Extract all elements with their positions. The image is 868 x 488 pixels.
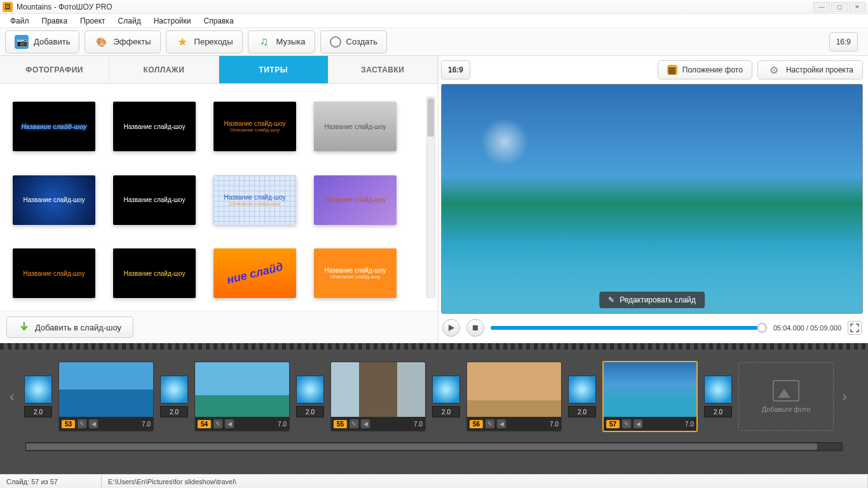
seek-knob[interactable] bbox=[757, 323, 767, 333]
pencil-icon[interactable]: ✎ bbox=[622, 419, 631, 428]
timeline-next[interactable]: › bbox=[839, 365, 850, 428]
content-tabs: ФОТОГРАФИИ КОЛЛАЖИ ТИТРЫ ЗАСТАВКИ bbox=[0, 56, 438, 84]
transition-57[interactable]: 2.0 bbox=[567, 376, 597, 417]
image-placeholder-icon bbox=[773, 380, 799, 402]
project-settings-button[interactable]: ⚙ Настройки проекта bbox=[757, 60, 863, 79]
music-icon: ♫ bbox=[257, 35, 271, 49]
title-template-4[interactable]: Название слайд-шоу bbox=[314, 102, 397, 151]
transition-54[interactable]: 2.0 bbox=[159, 376, 189, 417]
pencil-icon[interactable]: ✎ bbox=[485, 419, 494, 428]
titles-grid: Название слайд-шоуНазвание слайд-шоуНазв… bbox=[0, 84, 438, 311]
music-button[interactable]: ♫ Музыка bbox=[248, 30, 315, 53]
title-template-8[interactable]: Название слайд-шоу bbox=[314, 175, 397, 225]
maximize-button[interactable]: ▢ bbox=[831, 2, 848, 12]
title-template-7[interactable]: Название слайд-шоуОписание слайд-шоу bbox=[214, 175, 296, 225]
sound-icon[interactable]: ◀ bbox=[225, 419, 234, 428]
title-template-6[interactable]: Название слайд-шоу bbox=[113, 175, 196, 225]
aspect-ratio-button[interactable]: 16:9 bbox=[829, 32, 858, 51]
menu-edit[interactable]: Правка bbox=[36, 17, 74, 25]
tab-collages[interactable]: КОЛЛАЖИ bbox=[109, 56, 219, 83]
transition-55[interactable]: 2.0 bbox=[295, 376, 325, 417]
slide-duration: 7.0 bbox=[414, 421, 423, 428]
menu-settings[interactable]: Настройки bbox=[147, 17, 198, 25]
effects-button[interactable]: 🎨 Эффекты bbox=[85, 30, 160, 53]
slide-duration: 7.0 bbox=[550, 421, 559, 428]
pencil-icon[interactable]: ✎ bbox=[349, 419, 358, 428]
transition-56[interactable]: 2.0 bbox=[431, 376, 461, 417]
pencil-icon[interactable]: ✎ bbox=[78, 419, 86, 428]
timeline-prev[interactable]: ‹ bbox=[6, 365, 18, 428]
status-path: E:\Users\En\Pictures\for slideshow\trave… bbox=[102, 475, 868, 488]
minimize-button[interactable]: — bbox=[813, 2, 830, 12]
titlebar: 🖼 Mountains - ФотоШОУ PRO — ▢ ✕ bbox=[0, 0, 868, 14]
edit-slide-button[interactable]: ✎ Редактировать слайд bbox=[599, 292, 705, 308]
sound-icon[interactable]: ◀ bbox=[361, 419, 370, 428]
transitions-button[interactable]: ★ Переходы bbox=[166, 30, 243, 53]
transition-icon bbox=[24, 376, 52, 403]
slide-53[interactable]: 53✎◀7.0 bbox=[58, 362, 154, 431]
preview-pane: 16:9 ▦ Положение фото ⚙ Настройки проект… bbox=[438, 56, 868, 343]
pencil-icon[interactable]: ✎ bbox=[214, 419, 222, 428]
title-template-3[interactable]: Название слайд-шоуОписание слайд-шоу bbox=[214, 102, 296, 151]
menu-file[interactable]: Файл bbox=[4, 17, 36, 25]
sound-icon[interactable]: ◀ bbox=[634, 419, 642, 428]
add-photo-placeholder[interactable]: Добавьте фото bbox=[738, 362, 834, 431]
slide-duration: 7.0 bbox=[685, 421, 694, 428]
aspect-display-label: 16:9 bbox=[448, 65, 463, 74]
aspect-display[interactable]: 16:9 bbox=[441, 60, 470, 79]
transition-duration: 2.0 bbox=[568, 406, 596, 417]
photo-position-button[interactable]: ▦ Положение фото bbox=[658, 60, 752, 79]
transition-end[interactable]: 2.0 bbox=[703, 376, 733, 417]
add-to-slideshow-button[interactable]: Добавить в слайд-шоу bbox=[6, 316, 133, 338]
tab-intros[interactable]: ЗАСТАВКИ bbox=[329, 56, 438, 83]
transition-icon bbox=[704, 376, 732, 403]
title-template-9[interactable]: Название слайд-шоу bbox=[13, 248, 95, 298]
transition-duration: 2.0 bbox=[24, 406, 52, 417]
menu-help[interactable]: Справка bbox=[197, 17, 240, 25]
slide-54[interactable]: 54✎◀7.0 bbox=[194, 362, 290, 431]
title-template-11[interactable]: ние слайд bbox=[214, 248, 296, 298]
photo-position-label: Положение фото bbox=[682, 65, 743, 74]
fullscreen-button[interactable] bbox=[848, 321, 862, 335]
add-button[interactable]: 📷 Добавить bbox=[5, 30, 79, 53]
transition-icon bbox=[296, 376, 324, 403]
add-button-label: Добавить bbox=[34, 37, 70, 46]
transition-53[interactable]: 2.0 bbox=[23, 376, 53, 417]
slide-55[interactable]: 55✎◀7.0 bbox=[330, 362, 426, 431]
horizontal-scrollbar[interactable] bbox=[25, 442, 843, 451]
title-template-12[interactable]: Название слайд-шоуОписание слайд-шоу bbox=[314, 248, 397, 298]
menu-project[interactable]: Проект bbox=[74, 17, 112, 25]
create-button[interactable]: Создать bbox=[320, 30, 387, 53]
time-display: 05:04.000 / 05:09.000 bbox=[773, 324, 841, 332]
slide-number: 53 bbox=[62, 420, 75, 428]
tab-photos[interactable]: ФОТОГРАФИИ bbox=[0, 56, 109, 83]
slide-number: 54 bbox=[198, 420, 211, 428]
stop-button[interactable] bbox=[466, 319, 484, 337]
title-template-1[interactable]: Название слайд-шоу bbox=[13, 102, 95, 151]
photo-icon: ▦ bbox=[667, 65, 677, 75]
aspect-ratio-label: 16:9 bbox=[836, 37, 851, 46]
menu-slide[interactable]: Слайд bbox=[112, 17, 147, 25]
sound-icon[interactable]: ◀ bbox=[89, 419, 98, 428]
transition-duration: 2.0 bbox=[432, 406, 460, 417]
close-button[interactable]: ✕ bbox=[849, 2, 865, 12]
slide-57[interactable]: 57✎◀7.0 bbox=[602, 361, 698, 432]
sound-icon[interactable]: ◀ bbox=[497, 419, 506, 428]
play-button[interactable] bbox=[442, 319, 460, 337]
seek-bar[interactable] bbox=[491, 326, 767, 330]
slide-duration: 7.0 bbox=[142, 421, 151, 428]
music-button-label: Музыка bbox=[276, 37, 306, 46]
transition-icon bbox=[432, 376, 460, 403]
main-area: ФОТОГРАФИИ КОЛЛАЖИ ТИТРЫ ЗАСТАВКИ Назван… bbox=[0, 56, 868, 343]
tab-titles[interactable]: ТИТРЫ bbox=[219, 56, 329, 83]
create-button-label: Создать bbox=[346, 37, 377, 46]
title-template-2[interactable]: Название слайд-шоу bbox=[113, 102, 196, 151]
pencil-icon: ✎ bbox=[608, 295, 614, 304]
main-toolbar: 📷 Добавить 🎨 Эффекты ★ Переходы ♫ Музыка… bbox=[0, 28, 868, 56]
vertical-scrollbar[interactable] bbox=[426, 97, 435, 298]
title-template-5[interactable]: Название слайд-шоу bbox=[13, 175, 95, 225]
arrow-down-icon bbox=[18, 322, 30, 333]
slide-thumbnail bbox=[195, 362, 289, 417]
title-template-10[interactable]: Название слайд-шоу bbox=[113, 248, 196, 298]
slide-56[interactable]: 56✎◀7.0 bbox=[466, 362, 562, 431]
